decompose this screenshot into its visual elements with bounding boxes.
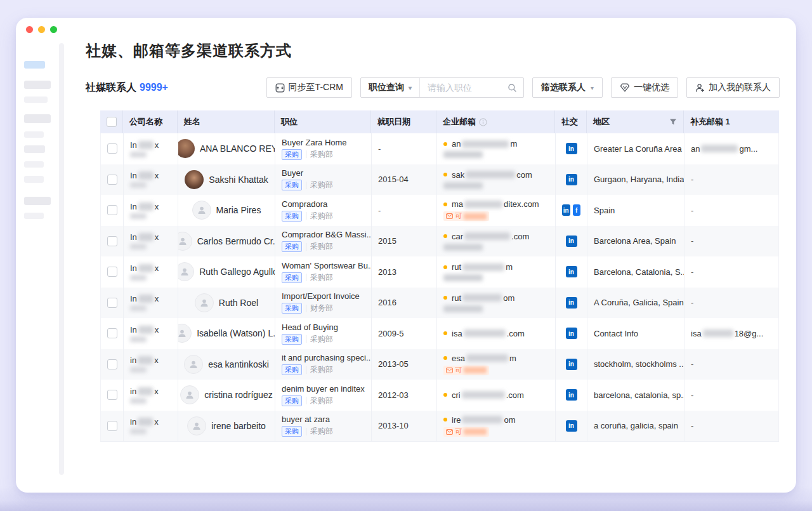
table-row: InxSakshi KhattakBuyer采购采购部2015-04sakcom…: [100, 164, 779, 196]
name-cell: Isabella (Watson) L...: [178, 318, 275, 349]
avatar: [180, 385, 199, 404]
company-suffix: x: [155, 294, 159, 303]
name-cell: Ruth Roel: [178, 288, 275, 319]
minimize-window-icon[interactable]: [38, 26, 45, 33]
avatar: [185, 170, 204, 189]
sidebar-skeleton-bar: [24, 213, 44, 219]
redacted-blur: [130, 336, 147, 342]
linkedin-icon[interactable]: in: [566, 266, 577, 277]
close-window-icon[interactable]: [26, 26, 33, 33]
extra-email-cell: -: [684, 226, 780, 257]
redacted-blur: [138, 356, 153, 364]
company-suffix: x: [155, 232, 159, 242]
filter-funnel-icon[interactable]: [669, 118, 677, 126]
sidebar-skeleton-bar: [24, 114, 51, 123]
row-checkbox[interactable]: [107, 175, 117, 185]
linkedin-icon[interactable]: in: [566, 236, 577, 247]
one-click-optimize-button[interactable]: 一键优选: [611, 77, 678, 98]
email-status-dot: [443, 296, 447, 300]
header-start-date: 就职日期: [371, 110, 436, 133]
row-checkbox[interactable]: [107, 267, 117, 277]
add-to-my-contacts-button[interactable]: 加入我的联系人: [686, 77, 780, 98]
redacted-blur: [464, 201, 502, 208]
row-checkbox[interactable]: [107, 421, 117, 431]
row-checkbox[interactable]: [107, 328, 117, 338]
region-value: Barcelona, Catalonia, S...: [594, 267, 678, 277]
row-checkbox[interactable]: [107, 143, 117, 154]
linkedin-icon[interactable]: in: [566, 328, 577, 339]
redacted-blur: [130, 367, 147, 373]
row-checkbox[interactable]: [107, 236, 117, 246]
region-cell: stockholm, stockholms ...: [587, 349, 684, 380]
region-value: A Coruña, Galicia, Spain: [594, 298, 678, 307]
linkedin-icon[interactable]: in: [566, 359, 577, 370]
position-title: Import/Export Invoice: [282, 291, 365, 301]
company-cell: Inx: [124, 226, 178, 257]
position-search-input[interactable]: [420, 78, 508, 97]
linkedin-icon[interactable]: in: [566, 143, 577, 154]
select-all-checkbox[interactable]: [107, 117, 117, 127]
email-status-dot: [443, 234, 447, 238]
email-status-dot: [443, 331, 447, 335]
redacted-blur: [138, 326, 154, 334]
mail-icon: [446, 213, 453, 219]
company-prefix: In: [130, 140, 137, 150]
avatar: [178, 139, 195, 158]
position-cell: Buyer采购采购部: [275, 164, 372, 196]
linkedin-icon[interactable]: in: [562, 204, 570, 216]
procurement-tag: 采购: [282, 303, 302, 314]
email-cell: rutm: [437, 256, 556, 288]
sync-button-label: 同步至T-CRM: [289, 82, 343, 93]
extra-email-cell: -: [684, 288, 780, 319]
row-select-cell: [101, 380, 124, 411]
email-cell: maditex.com可: [437, 195, 556, 226]
header-company: 公司名称: [123, 110, 178, 133]
department-label: 采购部: [310, 149, 333, 160]
social-cell: in: [556, 133, 587, 164]
company-prefix: in: [130, 355, 136, 365]
company-cell: Inx: [124, 256, 178, 288]
avatar: [187, 416, 206, 435]
linkedin-icon[interactable]: in: [566, 389, 577, 401]
email-redacted: cri.com: [443, 390, 549, 400]
email-cell: ireom可: [437, 411, 556, 442]
table-row: InxANA BLANCO REYBuyer Zara Home采购采购部-an…: [100, 133, 779, 164]
position-tags: 采购采购部: [282, 241, 365, 252]
search-icon[interactable]: [508, 83, 517, 93]
row-select-cell: [101, 318, 124, 349]
row-checkbox[interactable]: [107, 390, 117, 400]
row-checkbox[interactable]: [107, 205, 117, 215]
header-region-label: 地区: [593, 116, 610, 128]
company-cell: inx: [124, 380, 178, 411]
company-suffix: x: [155, 171, 159, 180]
position-query-label: 职位查询: [369, 82, 404, 93]
sidebar-item-active[interactable]: [24, 61, 45, 69]
table-row: InxRuth RoelImport/Export Invoice采购财务部20…: [100, 288, 779, 319]
info-icon[interactable]: [479, 118, 487, 126]
facebook-icon[interactable]: f: [573, 204, 581, 216]
tag-separator: [306, 150, 306, 158]
linkedin-icon[interactable]: in: [566, 174, 577, 185]
company-suffix: x: [155, 325, 159, 335]
start-date-value: 2015-04: [378, 175, 430, 184]
sync-to-crm-button[interactable]: 同步至T-CRM: [266, 77, 352, 98]
extra-email-value: -: [691, 421, 773, 430]
start-date-cell: 2015-04: [372, 164, 437, 196]
redacted-blur: [138, 233, 154, 241]
linkedin-icon[interactable]: in: [566, 420, 577, 432]
position-query-dropdown[interactable]: 职位查询 ▾: [361, 78, 420, 97]
redacted-blur: [464, 213, 487, 220]
position-title: Buyer Zara Home: [282, 138, 365, 147]
email-status-dot: [443, 356, 447, 360]
extra-email-prefix: an: [691, 144, 700, 154]
company-name-redacted: Inx: [130, 294, 171, 303]
region-cell: Gurgaon, Haryana, India: [587, 164, 684, 196]
start-date-cell: 2016: [372, 288, 437, 319]
maximize-window-icon[interactable]: [50, 26, 57, 33]
start-date-value: 2015: [378, 236, 430, 246]
contact-name: Carlos Bermudo Cr...: [197, 236, 275, 246]
filter-contacts-button[interactable]: 筛选联系人 ▾: [532, 77, 603, 98]
linkedin-icon[interactable]: in: [566, 297, 577, 309]
row-checkbox[interactable]: [107, 359, 117, 369]
row-checkbox[interactable]: [107, 298, 117, 308]
